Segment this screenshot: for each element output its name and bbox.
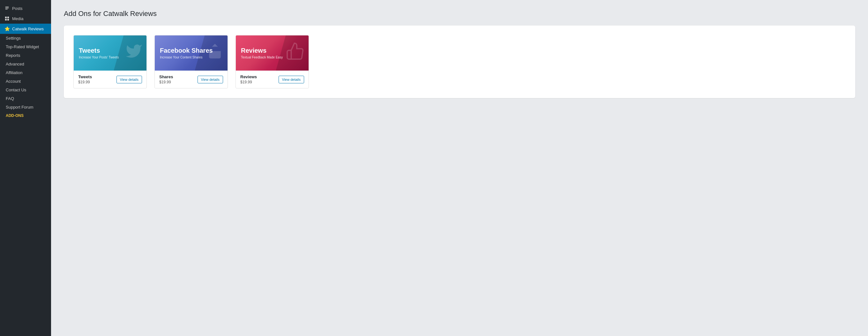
addon-card-reviews: Reviews Textual Feedback Made Easy Revie… [236,35,309,88]
addon-info-shares: Shares $19.99 [159,75,173,84]
addon-banner-title-reviews: Reviews [241,47,283,54]
addon-card-shares: Facebook Shares Increase Your Content Sh… [154,35,228,88]
addon-card-body-shares: Shares $19.99 View details [155,71,227,88]
addon-price-tweets: $19.99 [78,80,92,84]
sidebar-item-add-ons[interactable]: ADD-ONS [0,111,51,120]
addon-info-reviews: Reviews $19.99 [240,75,257,84]
sidebar: Posts Media ⭐ Catwalk Reviews Settings T… [0,0,51,336]
addon-banner-tweets: Tweets Increase Your Posts' Tweets [74,35,147,71]
addon-banner-reviews: Reviews Textual Feedback Made Easy [236,35,309,71]
sidebar-item-advanced[interactable]: Advanced [0,60,51,68]
twitter-icon [125,43,143,64]
posts-label: Posts [12,6,23,11]
addon-banner-shares: Facebook Shares Increase Your Content Sh… [155,35,227,71]
sidebar-item-account[interactable]: Account [0,77,51,86]
catwalk-reviews-label: Catwalk Reviews [12,27,44,31]
banner-text-reviews: Reviews Textual Feedback Made Easy [241,47,283,59]
main-content: Add Ons for Catwalk Reviews Tweets Incre… [51,0,868,336]
svg-rect-0 [5,17,7,18]
addon-name-reviews: Reviews [240,75,257,79]
banner-text-tweets: Tweets Increase Your Posts' Tweets [79,47,119,59]
sidebar-item-faq[interactable]: FAQ [0,94,51,103]
addon-name-shares: Shares [159,75,173,79]
svg-rect-1 [7,17,9,18]
addon-banner-title-shares: Facebook Shares [160,47,213,54]
media-label: Media [12,16,23,21]
view-details-button-reviews[interactable]: View details [279,76,304,83]
addon-banner-subtitle-reviews: Textual Feedback Made Easy [241,55,283,59]
posts-icon [4,6,9,11]
sidebar-item-affiliation[interactable]: Affiliation [0,68,51,77]
addon-card-tweets: Tweets Increase Your Posts' Tweets Tweet… [73,35,147,88]
catwalk-reviews-icon: ⭐ [4,26,9,31]
addon-price-shares: $19.99 [159,80,173,84]
view-details-button-tweets[interactable]: View details [117,76,142,83]
addon-banner-subtitle-tweets: Increase Your Posts' Tweets [79,55,119,59]
addons-grid: Tweets Increase Your Posts' Tweets Tweet… [73,35,846,88]
addons-panel: Tweets Increase Your Posts' Tweets Tweet… [64,26,855,98]
view-details-button-shares[interactable]: View details [197,76,223,83]
addon-price-reviews: $19.99 [240,80,257,84]
addon-info-tweets: Tweets $19.99 [78,75,92,84]
addon-banner-title-tweets: Tweets [79,47,119,54]
addon-card-body-reviews: Reviews $19.99 View details [236,71,309,88]
sidebar-item-support-forum[interactable]: Support Forum [0,103,51,111]
addon-name-tweets: Tweets [78,75,92,79]
sidebar-item-settings[interactable]: Settings [0,34,51,43]
thumbs-icon [286,41,305,64]
media-icon [4,16,9,21]
page-title: Add Ons for Catwalk Reviews [64,9,855,18]
banner-text-shares: Facebook Shares Increase Your Content Sh… [160,47,213,59]
sidebar-item-media[interactable]: Media [0,13,51,24]
sidebar-item-reports[interactable]: Reports [0,51,51,60]
sidebar-item-posts[interactable]: Posts [0,3,51,13]
svg-rect-2 [5,19,7,21]
addon-card-body-tweets: Tweets $19.99 View details [74,71,147,88]
addon-banner-subtitle-shares: Increase Your Content Shares [160,55,213,59]
sidebar-item-contact-us[interactable]: Contact Us [0,86,51,94]
sidebar-item-top-rated-widget[interactable]: Top-Rated Widget [0,43,51,51]
svg-rect-3 [7,19,9,21]
sidebar-item-catwalk-reviews[interactable]: ⭐ Catwalk Reviews [0,24,51,34]
